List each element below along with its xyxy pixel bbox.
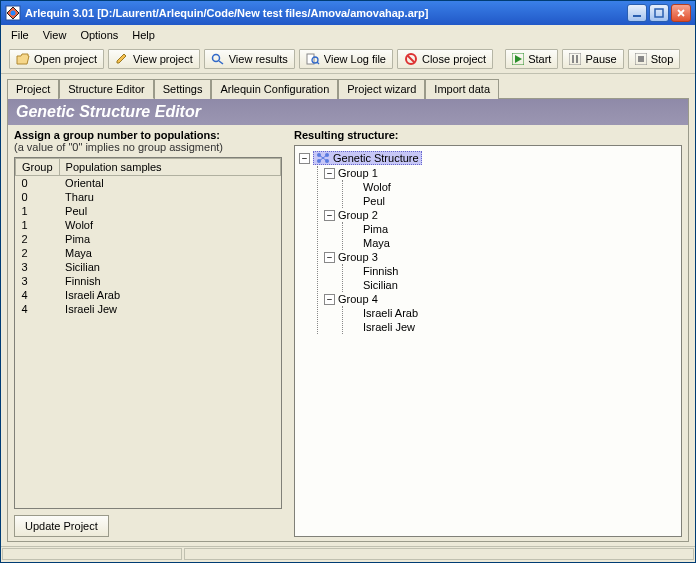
statusbar xyxy=(1,546,695,562)
cell-group[interactable]: 3 xyxy=(16,274,60,288)
menu-options[interactable]: Options xyxy=(74,27,124,43)
tab-arlequin-config[interactable]: Arlequin Configuration xyxy=(211,79,338,99)
cell-group[interactable]: 1 xyxy=(16,204,60,218)
cell-population[interactable]: Tharu xyxy=(59,190,280,204)
cell-population[interactable]: Israeli Arab xyxy=(59,288,280,302)
app-window: Arlequin 3.01 [D:/Laurent/Arlequin/Code/… xyxy=(0,0,696,563)
cell-population[interactable]: Peul xyxy=(59,204,280,218)
tree-expander-icon[interactable]: − xyxy=(324,252,335,263)
tab-settings[interactable]: Settings xyxy=(154,79,212,99)
menu-file[interactable]: File xyxy=(5,27,35,43)
tree-leaf[interactable]: Sicilian xyxy=(349,278,677,292)
col-population[interactable]: Population samples xyxy=(59,159,280,176)
table-row[interactable]: 3Finnish xyxy=(16,274,281,288)
tree-group[interactable]: −Group 4 xyxy=(324,292,677,306)
table-row[interactable]: 1Wolof xyxy=(16,218,281,232)
tree-expander-icon[interactable]: − xyxy=(324,294,335,305)
tab-import-data[interactable]: Import data xyxy=(425,79,499,99)
stop-button[interactable]: Stop xyxy=(628,49,681,69)
tree-group[interactable]: −Group 3 xyxy=(324,250,677,264)
cell-population[interactable]: Maya xyxy=(59,246,280,260)
stop-icon xyxy=(635,53,647,65)
col-group[interactable]: Group xyxy=(16,159,60,176)
tab-structure-editor[interactable]: Structure Editor xyxy=(59,79,153,99)
table-row[interactable]: 2Pima xyxy=(16,232,281,246)
tree-leaf[interactable]: Israeli Jew xyxy=(349,320,677,334)
view-project-button[interactable]: View project xyxy=(108,49,200,69)
cell-population[interactable]: Israeli Jew xyxy=(59,302,280,316)
tree-root-label: Genetic Structure xyxy=(333,152,419,164)
assign-subheading: (a value of "0" implies no group assigme… xyxy=(14,141,282,153)
tree-leaf[interactable]: Finnish xyxy=(349,264,677,278)
tree-expander-icon[interactable]: − xyxy=(324,210,335,221)
pause-button[interactable]: Pause xyxy=(562,49,623,69)
maximize-button[interactable] xyxy=(649,4,669,22)
cell-population[interactable]: Sicilian xyxy=(59,260,280,274)
cell-group[interactable]: 2 xyxy=(16,232,60,246)
tree-leaf[interactable]: Israeli Arab xyxy=(349,306,677,320)
svg-rect-2 xyxy=(633,15,641,17)
result-panel: Resulting structure: − Genetic Structure… xyxy=(288,125,688,541)
search-icon xyxy=(211,53,225,65)
no-entry-icon xyxy=(404,53,418,65)
titlebar: Arlequin 3.01 [D:/Laurent/Arlequin/Code/… xyxy=(1,1,695,25)
cell-group[interactable]: 4 xyxy=(16,302,60,316)
tree-leaf[interactable]: Peul xyxy=(349,194,677,208)
start-button[interactable]: Start xyxy=(505,49,558,69)
svg-rect-3 xyxy=(655,9,663,17)
cell-population[interactable]: Finnish xyxy=(59,274,280,288)
cell-group[interactable]: 0 xyxy=(16,176,60,191)
cell-population[interactable]: Oriental xyxy=(59,176,280,191)
table-row[interactable]: 0Oriental xyxy=(16,176,281,191)
minimize-button[interactable] xyxy=(627,4,647,22)
menu-help[interactable]: Help xyxy=(126,27,161,43)
table-row[interactable]: 4Israeli Arab xyxy=(16,288,281,302)
tree-group-label: Group 2 xyxy=(338,209,378,221)
menubar: File View Options Help xyxy=(1,25,695,45)
cell-group[interactable]: 3 xyxy=(16,260,60,274)
tree-expander-icon[interactable]: − xyxy=(299,153,310,164)
assign-panel: Assign a group number to populations: (a… xyxy=(8,125,288,541)
tab-strip: Project Structure Editor Settings Arlequ… xyxy=(1,74,695,98)
search-doc-icon xyxy=(306,53,320,65)
tree-expander-icon[interactable]: − xyxy=(324,168,335,179)
structure-tree[interactable]: − Genetic Structure −Group 1WolofPeul−Gr… xyxy=(294,145,682,537)
tree-group[interactable]: −Group 2 xyxy=(324,208,677,222)
cell-group[interactable]: 1 xyxy=(16,218,60,232)
tree-leaf[interactable]: Wolof xyxy=(349,180,677,194)
open-project-button[interactable]: Open project xyxy=(9,49,104,69)
assign-heading: Assign a group number to populations: xyxy=(14,129,282,141)
cell-population[interactable]: Pima xyxy=(59,232,280,246)
svg-point-1 xyxy=(11,11,16,16)
table-row[interactable]: 3Sicilian xyxy=(16,260,281,274)
table-row[interactable]: 1Peul xyxy=(16,204,281,218)
tree-leaf-label: Peul xyxy=(363,195,385,207)
window-title: Arlequin 3.01 [D:/Laurent/Arlequin/Code/… xyxy=(25,7,627,19)
play-icon xyxy=(512,53,524,65)
tab-project-wizard[interactable]: Project wizard xyxy=(338,79,425,99)
close-project-button[interactable]: Close project xyxy=(397,49,493,69)
close-button[interactable] xyxy=(671,4,691,22)
update-project-button[interactable]: Update Project xyxy=(14,515,109,537)
population-table[interactable]: Group Population samples 0Oriental0Tharu… xyxy=(14,157,282,509)
tree-leaf[interactable]: Maya xyxy=(349,236,677,250)
cell-population[interactable]: Wolof xyxy=(59,218,280,232)
tab-project[interactable]: Project xyxy=(7,79,59,99)
tree-leaf-label: Israeli Jew xyxy=(363,321,415,333)
tree-root[interactable]: − Genetic Structure xyxy=(299,150,677,166)
tree-leaf[interactable]: Pima xyxy=(349,222,677,236)
table-row[interactable]: 2Maya xyxy=(16,246,281,260)
svg-rect-13 xyxy=(638,56,644,62)
pause-icon xyxy=(569,53,581,65)
cell-group[interactable]: 0 xyxy=(16,190,60,204)
svg-rect-11 xyxy=(576,55,578,63)
view-log-button[interactable]: View Log file xyxy=(299,49,393,69)
tree-group[interactable]: −Group 1 xyxy=(324,166,677,180)
cell-group[interactable]: 2 xyxy=(16,246,60,260)
view-results-button[interactable]: View results xyxy=(204,49,295,69)
tree-leaf-label: Wolof xyxy=(363,181,391,193)
cell-group[interactable]: 4 xyxy=(16,288,60,302)
table-row[interactable]: 4Israeli Jew xyxy=(16,302,281,316)
menu-view[interactable]: View xyxy=(37,27,73,43)
table-row[interactable]: 0Tharu xyxy=(16,190,281,204)
